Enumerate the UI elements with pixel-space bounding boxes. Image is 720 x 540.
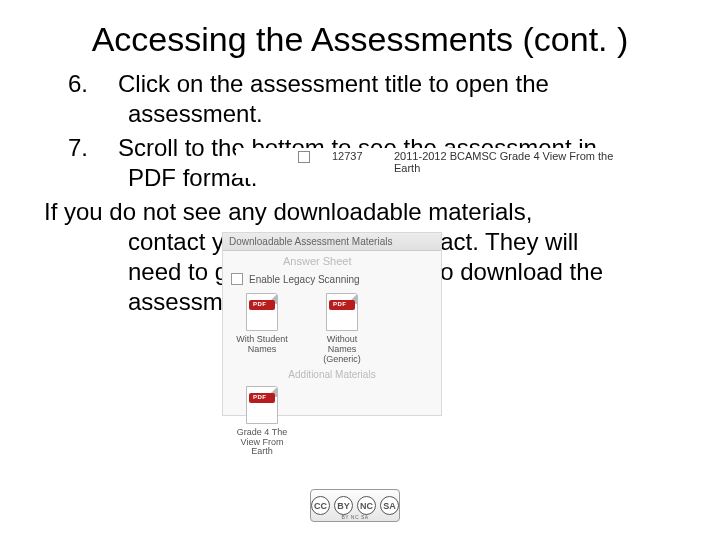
sa-icon: SA — [380, 496, 399, 515]
cc-subtext: BY NC SA — [311, 514, 399, 520]
pdf-with-names[interactable]: With Student Names — [233, 293, 291, 365]
step-6-line2: assessment. — [128, 99, 676, 129]
assessment-title-link[interactable]: 2011-2012 BCAMSC Grade 4 View From the E… — [394, 150, 614, 174]
assessment-row-inset: 12737 2011-2012 BCAMSC Grade 4 View From… — [236, 148, 616, 178]
legacy-label: Enable Legacy Scanning — [249, 274, 360, 285]
cc-license-badge: CC BY NC SA BY NC SA — [310, 489, 400, 522]
additional-materials-label: Additional Materials — [223, 367, 441, 382]
answer-sheet-label: Answer Sheet — [223, 251, 441, 271]
slide-title: Accessing the Assessments (cont. ) — [0, 0, 720, 69]
pdf-without-names[interactable]: Without Names (Generic) — [313, 293, 371, 365]
pdf-additional-label: Grade 4 The View From Earth — [233, 428, 291, 458]
note-line1: If you do not see any downloadable mater… — [44, 198, 532, 225]
assessment-id: 12737 — [332, 150, 363, 162]
downloadable-materials-panel: Downloadable Assessment Materials Answer… — [222, 232, 442, 416]
cc-icon: CC — [311, 496, 330, 515]
step-6-line1: Click on the assessment title to open th… — [118, 70, 549, 97]
pdf-icon — [246, 386, 278, 424]
pdf-without-names-label: Without Names (Generic) — [313, 335, 371, 365]
by-icon: BY — [334, 496, 353, 515]
step-7-number: 7. — [68, 133, 118, 163]
step-6-number: 6. — [68, 69, 118, 99]
pdf-additional[interactable]: Grade 4 The View From Earth — [233, 386, 291, 458]
legacy-checkbox[interactable] — [231, 273, 243, 285]
pdf-icon — [246, 293, 278, 331]
pdf-icon — [326, 293, 358, 331]
panel-header: Downloadable Assessment Materials — [223, 233, 441, 251]
pdf-with-names-label: With Student Names — [233, 335, 291, 355]
legacy-scanning-row: Enable Legacy Scanning — [223, 271, 441, 287]
row-checkbox[interactable] — [298, 151, 310, 163]
nc-icon: NC — [357, 496, 376, 515]
step-6: 6. Click on the assessment title to open… — [44, 69, 676, 129]
